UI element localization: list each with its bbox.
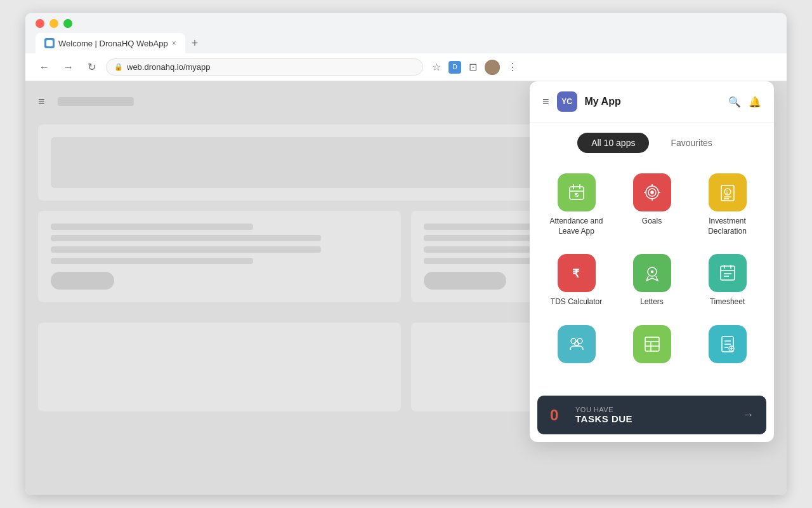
tasks-arrow-icon: → (742, 408, 754, 422)
profile-avatar[interactable] (485, 60, 500, 75)
app-item-8[interactable]: App 8 (615, 318, 688, 386)
panel-title: My App (585, 96, 621, 107)
app-item-7[interactable]: App 7 (540, 318, 613, 386)
maximize-button[interactable] (63, 19, 72, 28)
panel-bell-button[interactable]: 🔔 (749, 96, 761, 108)
investment-icon: $ (709, 173, 747, 211)
app-name-attendance: Attendance and Leave App (545, 217, 608, 236)
app-item-letters[interactable]: Letters (615, 246, 688, 315)
app-item-9[interactable]: App 9 (691, 318, 764, 386)
tds-icon: ₹ (558, 254, 596, 292)
tab-close-button[interactable]: × (172, 39, 176, 48)
goals-icon (633, 173, 671, 211)
address-bar[interactable]: 🔒 web.dronahq.io/myapp (106, 58, 423, 76)
app-name-8: App 8 (642, 368, 662, 378)
tasks-due-label: TASKS DUE (575, 413, 732, 424)
bookmark-button[interactable]: ☆ (429, 58, 443, 76)
app-name-letters: Letters (640, 297, 664, 307)
tasks-due-banner[interactable]: 0 YOU HAVE TASKS DUE → (537, 396, 766, 434)
nav-actions: ☆ D ⊡ ⋮ (429, 58, 520, 76)
svg-text:₹: ₹ (572, 267, 580, 280)
tab-favourites[interactable]: Favourites (657, 133, 726, 153)
svg-point-20 (650, 270, 654, 274)
panel-search-button[interactable]: 🔍 (728, 96, 741, 108)
app-name-goals: Goals (642, 217, 662, 227)
browser-window: Welcome | DronaHQ WebApp × + ← → ↻ 🔒 web… (25, 13, 787, 495)
panel-header: ≡ YC My App 🔍 🔔 (530, 81, 774, 123)
app-name-9: App 9 (717, 368, 737, 378)
back-button[interactable]: ← (36, 59, 53, 76)
app-name-tds: TDS Calculator (551, 297, 602, 307)
forward-button[interactable]: → (60, 59, 77, 76)
page-content: ≡ 🔍 Search (25, 81, 787, 495)
layout-button[interactable]: ⊡ (466, 58, 480, 76)
panel-actions: 🔍 🔔 (728, 96, 761, 108)
app-name-investment: Investment Declaration (696, 217, 759, 236)
tasks-count: 0 (550, 406, 565, 424)
tasks-text: YOU HAVE TASKS DUE (575, 406, 732, 424)
close-button[interactable] (36, 19, 44, 28)
panel-avatar: YC (557, 91, 577, 112)
team-icon (558, 325, 596, 363)
apps-grid: Attendance and Leave App (530, 158, 774, 393)
minimize-button[interactable] (49, 19, 58, 28)
grid-icon (633, 325, 671, 363)
address-text: web.dronahq.io/myapp (127, 62, 211, 72)
svg-rect-0 (46, 40, 53, 46)
panel-tabs: All 10 apps Favourites (530, 123, 774, 158)
app-name-timesheet: Timesheet (710, 297, 745, 307)
menu-button[interactable]: ⋮ (505, 58, 520, 76)
app-item-investment[interactable]: $ Investment Declaration (691, 166, 764, 244)
app-item-goals[interactable]: Goals (615, 166, 688, 244)
reload-button[interactable]: ↻ (84, 58, 100, 76)
tab-favicon (44, 38, 55, 48)
timesheet-icon (709, 254, 747, 292)
navigation-bar: ← → ↻ 🔒 web.dronahq.io/myapp ☆ D ⊡ ⋮ (25, 53, 787, 81)
document-icon (709, 325, 747, 363)
tab-all-apps[interactable]: All 10 apps (577, 133, 649, 153)
tasks-you-have: YOU HAVE (575, 406, 732, 413)
new-tab-button[interactable]: + (185, 34, 205, 53)
svg-text:$: $ (726, 190, 728, 194)
svg-point-8 (651, 191, 653, 194)
title-bar: Welcome | DronaHQ WebApp × + (25, 13, 787, 53)
app-panel: ≡ YC My App 🔍 🔔 All 10 apps Favourites (530, 81, 774, 442)
app-item-attendance[interactable]: Attendance and Leave App (540, 166, 613, 244)
browser-tab[interactable]: Welcome | DronaHQ WebApp × (36, 33, 185, 53)
letters-icon (633, 254, 671, 292)
app-item-timesheet[interactable]: Timesheet (691, 246, 764, 315)
lock-icon: 🔒 (114, 63, 123, 71)
traffic-lights (36, 19, 776, 28)
svg-rect-21 (721, 266, 735, 280)
app-name-7: App 7 (566, 368, 586, 378)
svg-rect-30 (645, 337, 659, 351)
attendance-icon (558, 173, 596, 211)
drona-extension-button[interactable]: D (449, 61, 461, 74)
svg-point-29 (575, 342, 579, 345)
panel-menu-button[interactable]: ≡ (542, 95, 549, 109)
tabs-row: Welcome | DronaHQ WebApp × + (36, 33, 776, 53)
app-item-tds[interactable]: ₹ TDS Calculator (540, 246, 613, 315)
tab-title: Welcome | DronaHQ WebApp (58, 39, 168, 48)
